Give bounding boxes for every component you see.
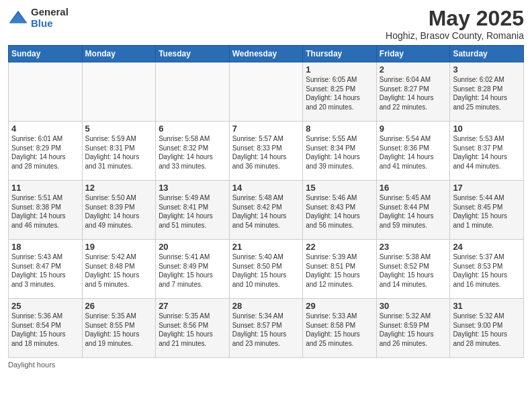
page: General Blue May 2025 Hoghiz, Brasov Cou… [0, 0, 532, 411]
logo-blue-text: Blue [31, 18, 69, 30]
day-info: Sunrise: 5:50 AM Sunset: 8:39 PM Dayligh… [85, 193, 153, 230]
calendar-week-5: 25Sunrise: 5:36 AM Sunset: 8:54 PM Dayli… [9, 299, 524, 358]
day-number: 9 [380, 124, 447, 134]
day-number: 30 [380, 301, 447, 311]
calendar-cell: 25Sunrise: 5:36 AM Sunset: 8:54 PM Dayli… [9, 299, 83, 358]
calendar-week-3: 11Sunrise: 5:51 AM Sunset: 8:38 PM Dayli… [9, 181, 524, 240]
day-number: 15 [306, 183, 373, 193]
calendar-cell: 4Sunrise: 6:01 AM Sunset: 8:29 PM Daylig… [9, 122, 83, 181]
day-number: 10 [453, 124, 521, 134]
calendar-cell: 17Sunrise: 5:44 AM Sunset: 8:45 PM Dayli… [450, 181, 524, 240]
location: Hoghiz, Brasov County, Romania [386, 30, 524, 41]
day-info: Sunrise: 5:35 AM Sunset: 8:56 PM Dayligh… [159, 312, 226, 348]
calendar-cell: 28Sunrise: 5:34 AM Sunset: 8:57 PM Dayli… [229, 299, 303, 358]
calendar-cell: 11Sunrise: 5:51 AM Sunset: 8:38 PM Dayli… [9, 181, 83, 240]
logo: General Blue [8, 7, 69, 29]
header: General Blue May 2025 Hoghiz, Brasov Cou… [8, 7, 524, 41]
calendar-cell: 10Sunrise: 5:53 AM Sunset: 8:37 PM Dayli… [450, 122, 524, 181]
day-number: 17 [453, 183, 521, 193]
day-number: 8 [306, 124, 373, 134]
day-info: Sunrise: 5:57 AM Sunset: 8:33 PM Dayligh… [232, 134, 300, 171]
day-number: 25 [11, 301, 79, 311]
calendar-cell: 27Sunrise: 5:35 AM Sunset: 8:56 PM Dayli… [156, 299, 230, 358]
day-info: Sunrise: 5:35 AM Sunset: 8:55 PM Dayligh… [85, 312, 153, 348]
day-number: 18 [11, 242, 79, 252]
calendar-cell: 19Sunrise: 5:42 AM Sunset: 8:48 PM Dayli… [82, 240, 156, 299]
day-number: 20 [159, 242, 226, 252]
day-number: 19 [85, 242, 153, 252]
day-number: 22 [306, 242, 373, 252]
calendar-cell: 14Sunrise: 5:48 AM Sunset: 8:42 PM Dayli… [229, 181, 303, 240]
day-info: Sunrise: 6:05 AM Sunset: 8:25 PM Dayligh… [306, 75, 373, 111]
calendar-cell: 7Sunrise: 5:57 AM Sunset: 8:33 PM Daylig… [229, 122, 303, 181]
day-info: Sunrise: 5:55 AM Sunset: 8:34 PM Dayligh… [306, 134, 373, 171]
day-info: Sunrise: 5:42 AM Sunset: 8:48 PM Dayligh… [85, 253, 153, 289]
calendar-cell: 26Sunrise: 5:35 AM Sunset: 8:55 PM Dayli… [82, 299, 156, 358]
day-info: Sunrise: 5:39 AM Sunset: 8:51 PM Dayligh… [306, 253, 373, 289]
day-info: Sunrise: 5:32 AM Sunset: 9:00 PM Dayligh… [453, 312, 521, 348]
title-block: May 2025 Hoghiz, Brasov County, Romania [386, 7, 524, 41]
calendar-week-2: 4Sunrise: 6:01 AM Sunset: 8:29 PM Daylig… [9, 122, 524, 181]
calendar-cell [229, 62, 303, 122]
col-thursday: Thursday [303, 46, 377, 62]
calendar-table: Sunday Monday Tuesday Wednesday Thursday… [8, 45, 524, 358]
day-number: 26 [85, 301, 153, 311]
calendar-cell [82, 62, 156, 122]
calendar-week-4: 18Sunrise: 5:43 AM Sunset: 8:47 PM Dayli… [9, 240, 524, 299]
day-info: Sunrise: 5:46 AM Sunset: 8:43 PM Dayligh… [306, 193, 373, 230]
day-number: 27 [159, 301, 226, 311]
day-number: 7 [232, 124, 300, 134]
calendar-cell: 21Sunrise: 5:40 AM Sunset: 8:50 PM Dayli… [229, 240, 303, 299]
day-info: Sunrise: 6:02 AM Sunset: 8:28 PM Dayligh… [453, 75, 521, 111]
calendar-cell: 24Sunrise: 5:37 AM Sunset: 8:53 PM Dayli… [450, 240, 524, 299]
day-number: 11 [11, 183, 79, 193]
calendar-week-1: 1Sunrise: 6:05 AM Sunset: 8:25 PM Daylig… [9, 62, 524, 122]
day-info: Sunrise: 5:43 AM Sunset: 8:47 PM Dayligh… [11, 253, 79, 289]
day-info: Sunrise: 5:51 AM Sunset: 8:38 PM Dayligh… [11, 193, 79, 230]
day-number: 13 [159, 183, 226, 193]
calendar-cell: 16Sunrise: 5:45 AM Sunset: 8:44 PM Dayli… [376, 181, 450, 240]
day-info: Sunrise: 5:53 AM Sunset: 8:37 PM Dayligh… [453, 134, 521, 171]
day-info: Sunrise: 5:34 AM Sunset: 8:57 PM Dayligh… [232, 312, 300, 348]
day-info: Sunrise: 5:36 AM Sunset: 8:54 PM Dayligh… [11, 312, 79, 348]
calendar-cell: 12Sunrise: 5:50 AM Sunset: 8:39 PM Dayli… [82, 181, 156, 240]
day-number: 4 [11, 124, 79, 134]
logo-general-text: General [31, 7, 69, 18]
day-info: Sunrise: 5:33 AM Sunset: 8:58 PM Dayligh… [306, 312, 373, 348]
day-number: 5 [85, 124, 153, 134]
day-info: Sunrise: 5:44 AM Sunset: 8:45 PM Dayligh… [453, 193, 521, 230]
day-info: Sunrise: 5:45 AM Sunset: 8:44 PM Dayligh… [380, 193, 447, 230]
day-number: 21 [232, 242, 300, 252]
calendar-cell: 31Sunrise: 5:32 AM Sunset: 9:00 PM Dayli… [450, 299, 524, 358]
day-info: Sunrise: 5:32 AM Sunset: 8:59 PM Dayligh… [380, 312, 447, 348]
day-number: 14 [232, 183, 300, 193]
col-sunday: Sunday [9, 46, 83, 62]
svg-marker-1 [10, 13, 26, 23]
calendar-cell: 23Sunrise: 5:38 AM Sunset: 8:52 PM Dayli… [376, 240, 450, 299]
col-tuesday: Tuesday [156, 46, 230, 62]
calendar-cell: 13Sunrise: 5:49 AM Sunset: 8:41 PM Dayli… [156, 181, 230, 240]
col-wednesday: Wednesday [229, 46, 303, 62]
day-info: Sunrise: 5:38 AM Sunset: 8:52 PM Dayligh… [380, 253, 447, 289]
calendar-cell: 22Sunrise: 5:39 AM Sunset: 8:51 PM Dayli… [303, 240, 377, 299]
day-info: Sunrise: 6:04 AM Sunset: 8:27 PM Dayligh… [380, 75, 447, 111]
day-info: Sunrise: 5:48 AM Sunset: 8:42 PM Dayligh… [232, 193, 300, 230]
day-number: 12 [85, 183, 153, 193]
logo-text: General Blue [31, 7, 69, 29]
calendar-cell: 5Sunrise: 5:59 AM Sunset: 8:31 PM Daylig… [82, 122, 156, 181]
calendar-cell: 18Sunrise: 5:43 AM Sunset: 8:47 PM Dayli… [9, 240, 83, 299]
day-number: 23 [380, 242, 447, 252]
day-info: Sunrise: 6:01 AM Sunset: 8:29 PM Dayligh… [11, 134, 79, 171]
calendar-cell [156, 62, 230, 122]
calendar-cell [9, 62, 83, 122]
day-number: 16 [380, 183, 447, 193]
day-info: Sunrise: 5:41 AM Sunset: 8:49 PM Dayligh… [159, 253, 226, 289]
day-number: 1 [306, 64, 373, 75]
calendar-cell: 8Sunrise: 5:55 AM Sunset: 8:34 PM Daylig… [303, 122, 377, 181]
calendar-cell: 9Sunrise: 5:54 AM Sunset: 8:36 PM Daylig… [376, 122, 450, 181]
day-info: Sunrise: 5:54 AM Sunset: 8:36 PM Dayligh… [380, 134, 447, 171]
day-number: 29 [306, 301, 373, 311]
day-number: 6 [159, 124, 226, 134]
calendar-cell: 15Sunrise: 5:46 AM Sunset: 8:43 PM Dayli… [303, 181, 377, 240]
day-info: Sunrise: 5:58 AM Sunset: 8:32 PM Dayligh… [159, 134, 226, 171]
